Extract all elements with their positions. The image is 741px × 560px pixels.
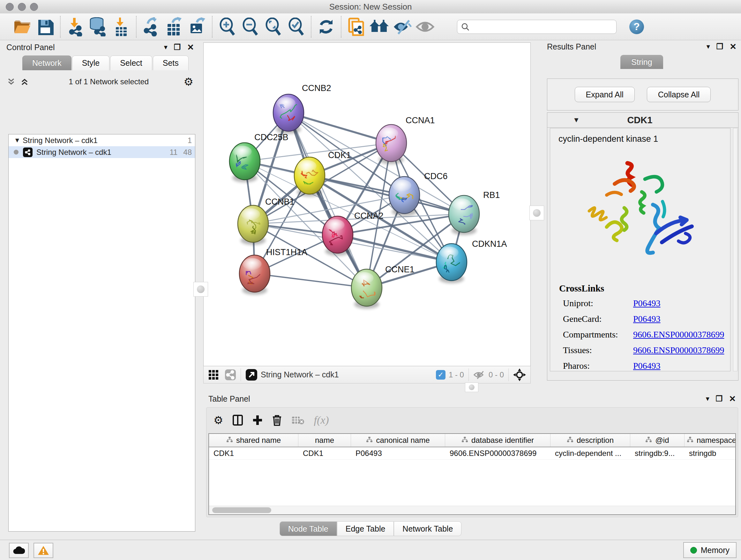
network-collection-row[interactable]: ▼ String Network – cdk1 1 bbox=[9, 134, 195, 146]
table-horizontal-scrollbar[interactable] bbox=[209, 506, 735, 514]
table-cell[interactable]: stringdb:9... bbox=[630, 447, 684, 459]
zoom-in-button[interactable] bbox=[216, 15, 239, 38]
cloud-status-button[interactable] bbox=[9, 543, 29, 558]
export-table-button[interactable] bbox=[163, 15, 186, 38]
network-edge[interactable] bbox=[288, 113, 367, 288]
string-home-button[interactable] bbox=[367, 15, 391, 38]
network-edge[interactable] bbox=[288, 113, 391, 143]
panel-close-icon[interactable]: ✕ bbox=[729, 394, 736, 404]
panel-close-icon[interactable]: ✕ bbox=[187, 43, 194, 52]
collection-expand-icon[interactable]: ▼ bbox=[12, 137, 23, 144]
expand-all-icon[interactable] bbox=[20, 78, 29, 86]
import-network-file-button[interactable] bbox=[64, 15, 87, 38]
tab-edge-table[interactable]: Edge Table bbox=[337, 521, 394, 536]
show-all-button[interactable] bbox=[414, 15, 436, 38]
scrollbar-thumb[interactable] bbox=[212, 507, 271, 513]
node-section-header[interactable]: ▼ CDK1 bbox=[547, 113, 738, 128]
table-cell[interactable]: cyclin-dependent ... bbox=[550, 447, 630, 459]
warnings-button[interactable] bbox=[33, 543, 53, 558]
duplicate-network-button[interactable] bbox=[345, 15, 367, 38]
maximize-window-button[interactable] bbox=[30, 3, 38, 11]
table-row[interactable]: CDK1CDK1P064939606.ENSP00000378699cyclin… bbox=[209, 447, 735, 460]
delete-column-icon[interactable] bbox=[272, 415, 282, 426]
network-node-CDC25B[interactable] bbox=[229, 143, 260, 182]
column-header--id[interactable]: @id bbox=[630, 434, 684, 447]
network-node-CCNE1[interactable] bbox=[351, 269, 382, 309]
column-header-description[interactable]: description bbox=[550, 434, 630, 447]
memory-button[interactable]: Memory bbox=[683, 542, 737, 558]
table-cell[interactable]: stringdb bbox=[684, 447, 736, 459]
network-edge[interactable] bbox=[255, 273, 367, 288]
panel-float-icon[interactable]: ❐ bbox=[716, 394, 723, 403]
open-in-window-icon[interactable] bbox=[246, 369, 258, 381]
tab-network[interactable]: Network bbox=[22, 56, 71, 70]
results-scrollbar[interactable] bbox=[733, 128, 738, 371]
column-header-database-identifier[interactable]: database identifier bbox=[445, 434, 550, 447]
hide-selected-button[interactable] bbox=[391, 15, 414, 38]
crosslink-link[interactable]: 9606.ENSP00000378699 bbox=[633, 329, 724, 340]
network-svg[interactable]: CCNB2CCNA1CDC25BCDK1CDC6RB1CCNB1CCNA2CDK… bbox=[204, 43, 530, 366]
tab-select[interactable]: Select bbox=[110, 56, 152, 70]
network-node-RB1[interactable] bbox=[449, 195, 479, 235]
crosslink-link[interactable]: P06493 bbox=[633, 314, 661, 324]
network-options-gear-icon[interactable]: ⚙ bbox=[184, 76, 193, 87]
crosslink-link[interactable]: 9606.ENSP00000378699 bbox=[633, 345, 724, 355]
network-share-icon[interactable] bbox=[225, 369, 236, 381]
tab-node-table[interactable]: Node Table bbox=[280, 521, 337, 536]
hidden-items-icon[interactable] bbox=[473, 370, 485, 380]
panel-close-icon[interactable]: ✕ bbox=[730, 42, 737, 52]
open-session-button[interactable] bbox=[11, 15, 34, 38]
tab-sets[interactable]: Sets bbox=[153, 56, 189, 70]
search-input[interactable] bbox=[473, 22, 612, 32]
column-header-shared-name[interactable]: shared name bbox=[209, 434, 298, 447]
save-session-button[interactable] bbox=[34, 15, 57, 38]
column-header-namespace[interactable]: namespace bbox=[684, 434, 736, 447]
import-table-button[interactable] bbox=[110, 15, 133, 38]
right-splitter-handle[interactable] bbox=[529, 206, 544, 220]
close-window-button[interactable] bbox=[6, 3, 14, 11]
refresh-button[interactable] bbox=[315, 15, 338, 38]
add-column-icon[interactable] bbox=[253, 415, 263, 426]
export-image-button[interactable] bbox=[186, 15, 209, 38]
panel-menu-icon[interactable]: ▾ bbox=[164, 43, 167, 51]
selected-items-checkbox[interactable]: ✓ bbox=[436, 370, 446, 380]
panel-menu-icon[interactable]: ▾ bbox=[706, 43, 710, 51]
tab-string[interactable]: String bbox=[620, 55, 663, 69]
network-edge[interactable] bbox=[310, 176, 464, 214]
zoom-selected-button[interactable] bbox=[285, 15, 308, 38]
tab-network-table[interactable]: Network Table bbox=[394, 521, 461, 536]
network-node-CCNA2[interactable] bbox=[322, 216, 353, 256]
minimize-window-button[interactable] bbox=[18, 3, 26, 11]
bottom-splitter-handle[interactable] bbox=[465, 382, 478, 392]
help-button[interactable]: ? bbox=[629, 19, 644, 34]
network-node-CCNB2[interactable] bbox=[273, 94, 304, 134]
collapse-all-button[interactable]: Collapse All bbox=[647, 87, 711, 102]
network-node-HIST1H1A[interactable] bbox=[239, 255, 270, 295]
panel-float-icon[interactable]: ❐ bbox=[174, 43, 181, 52]
network-node-CDC6[interactable] bbox=[389, 177, 420, 216]
import-network-database-button[interactable] bbox=[87, 15, 110, 38]
pan-crosshair-icon[interactable] bbox=[513, 368, 526, 381]
network-node-CCNA1[interactable] bbox=[376, 125, 407, 164]
network-node-CCNB1[interactable] bbox=[238, 205, 268, 245]
panel-float-icon[interactable]: ❐ bbox=[717, 42, 724, 51]
grid-view-icon[interactable] bbox=[208, 369, 219, 380]
table-cell[interactable]: 9606.ENSP00000378699 bbox=[445, 447, 550, 459]
export-network-button[interactable] bbox=[140, 15, 163, 38]
network-node-CDKN1A[interactable] bbox=[436, 244, 467, 283]
table-settings-gear-icon[interactable]: ⚙ bbox=[213, 414, 223, 427]
tab-style[interactable]: Style bbox=[72, 56, 110, 70]
crosslink-link[interactable]: P06493 bbox=[633, 298, 661, 308]
table-cell[interactable]: CDK1 bbox=[209, 447, 298, 459]
show-columns-icon[interactable] bbox=[232, 415, 243, 426]
table-cell[interactable]: CDK1 bbox=[298, 447, 351, 459]
table-cell[interactable]: P06493 bbox=[351, 447, 445, 459]
zoom-fit-button[interactable] bbox=[262, 15, 285, 38]
column-header-canonical-name[interactable]: canonical name bbox=[351, 434, 445, 447]
crosslink-link[interactable]: P06493 bbox=[633, 361, 661, 371]
network-canvas[interactable]: CCNB2CCNA1CDC25BCDK1CDC6RB1CCNB1CCNA2CDK… bbox=[203, 43, 531, 366]
section-collapse-icon[interactable]: ▼ bbox=[573, 116, 580, 124]
network-row[interactable]: String Network – cdk1 11 48 bbox=[9, 146, 195, 158]
network-node-CDK1[interactable] bbox=[294, 157, 325, 197]
left-splitter-handle[interactable] bbox=[193, 282, 208, 297]
